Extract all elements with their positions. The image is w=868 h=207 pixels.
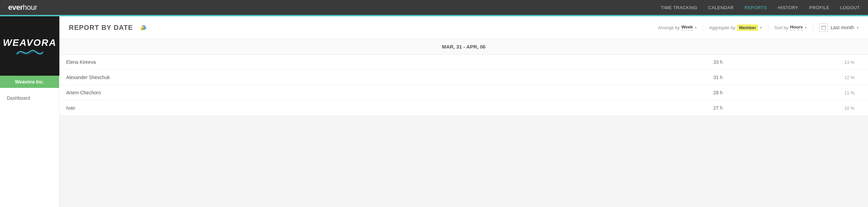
sidebar-item-dashboard[interactable]: Dashboard: [0, 92, 59, 104]
aggregate-by-chevron-icon: ▾: [760, 26, 762, 30]
nav-item-logout[interactable]: LOGOUT: [840, 4, 860, 11]
member-name: Alexander Shevchuk: [59, 70, 625, 85]
date-range-value[interactable]: Last month: [831, 25, 854, 30]
nav-item-time-tracking[interactable]: TIME TRACKING: [661, 4, 697, 11]
aggregate-by-control: Aggregate by Member ▾: [703, 24, 768, 31]
percent-value: 10 %: [730, 100, 868, 116]
nav-item-reports[interactable]: REPORTS: [744, 4, 767, 11]
hours-value: 27 h: [625, 100, 729, 116]
sort-by-value[interactable]: Hours: [790, 24, 803, 31]
nav-link-profile[interactable]: PROFILE: [809, 5, 829, 10]
aggregate-by-value[interactable]: Member: [737, 24, 758, 31]
arrange-by-control: Arrange by Week ▾: [652, 24, 703, 31]
content-area: REPORT BY DATE Arrange by Week ▾: [59, 16, 868, 207]
arrange-by-select[interactable]: Week ▾: [681, 24, 697, 31]
report-table: MAR, 31 - APR, 06 Elena Kireeva 33 h 13 …: [59, 39, 868, 116]
table-row: Artem Chechoro 28 h 11 %: [59, 85, 868, 100]
table-row: Elena Kireeva 33 h 13 %: [59, 55, 868, 70]
sidebar: Weavora Weavora Inc. Dashboard: [0, 16, 59, 207]
company-logo-box: Weavora: [0, 16, 59, 76]
nav-item-profile[interactable]: PROFILE: [809, 4, 829, 11]
header-controls: Arrange by Week ▾ Aggregate by Member ▾: [652, 23, 858, 32]
report-content: MAR, 31 - APR, 06 Elena Kireeva 33 h 13 …: [59, 39, 868, 116]
nav-link-logout[interactable]: LOGOUT: [840, 5, 860, 10]
calendar-icon[interactable]: [819, 23, 828, 32]
weavora-wave-icon: [16, 49, 43, 55]
percent-value: 11 %: [730, 85, 868, 100]
sort-by-label: Sort by: [774, 25, 788, 30]
sort-by-control: Sort by Hours ▾: [768, 24, 813, 31]
company-name[interactable]: Weavora Inc.: [0, 76, 59, 88]
member-name: Elena Kireeva: [59, 55, 625, 70]
table-row: Ivan 27 h 10 %: [59, 100, 868, 116]
logo-prefix: ever: [8, 3, 23, 12]
google-drive-icon[interactable]: [140, 24, 147, 31]
aggregate-by-label: Aggregate by: [709, 25, 735, 30]
top-navigation: everhour TIME TRACKING CALENDAR REPORTS …: [0, 0, 868, 15]
weavora-text: Weavora: [3, 37, 56, 48]
sort-by-chevron-icon: ▾: [805, 26, 807, 30]
nav-link-time-tracking[interactable]: TIME TRACKING: [661, 5, 697, 10]
hours-value: 31 h: [625, 70, 729, 85]
hours-value: 28 h: [625, 85, 729, 100]
sort-by-select[interactable]: Hours ▾: [790, 24, 807, 31]
svg-rect-0: [822, 26, 826, 30]
hours-value: 33 h: [625, 55, 729, 70]
arrange-by-label: Arrange by: [658, 25, 680, 30]
nav-link-history[interactable]: HISTORY: [778, 5, 798, 10]
arrange-by-value[interactable]: Week: [681, 24, 693, 31]
arrange-by-chevron-icon: ▾: [695, 26, 697, 30]
percent-value: 12 %: [730, 70, 868, 85]
logo-suffix: hour: [23, 3, 37, 12]
main-layout: Weavora Weavora Inc. Dashboard REPORT BY…: [0, 16, 868, 207]
week-label: MAR, 31 - APR, 06: [59, 39, 868, 55]
table-row: Alexander Shevchuk 31 h 12 %: [59, 70, 868, 85]
percent-value: 13 %: [730, 55, 868, 70]
date-range-control: Last month ▾: [813, 23, 858, 32]
date-range-chevron-icon: ▾: [857, 26, 858, 30]
member-name: Artem Chechoro: [59, 85, 625, 100]
report-title: REPORT BY DATE: [69, 24, 133, 32]
nav-item-calendar[interactable]: CALENDAR: [708, 4, 734, 11]
week-header-row: MAR, 31 - APR, 06: [59, 39, 868, 55]
nav-link-calendar[interactable]: CALENDAR: [708, 5, 734, 10]
nav-link-reports[interactable]: REPORTS: [744, 5, 767, 10]
weavora-logo: Weavora: [3, 37, 56, 55]
report-header: REPORT BY DATE Arrange by Week ▾: [59, 16, 868, 39]
app-logo: everhour: [8, 3, 37, 12]
sidebar-nav: Dashboard: [0, 88, 59, 108]
member-name: Ivan: [59, 100, 625, 116]
nav-item-history[interactable]: HISTORY: [778, 4, 798, 11]
aggregate-by-select[interactable]: Member ▾: [737, 24, 762, 31]
nav-links: TIME TRACKING CALENDAR REPORTS HISTORY P…: [661, 4, 860, 11]
